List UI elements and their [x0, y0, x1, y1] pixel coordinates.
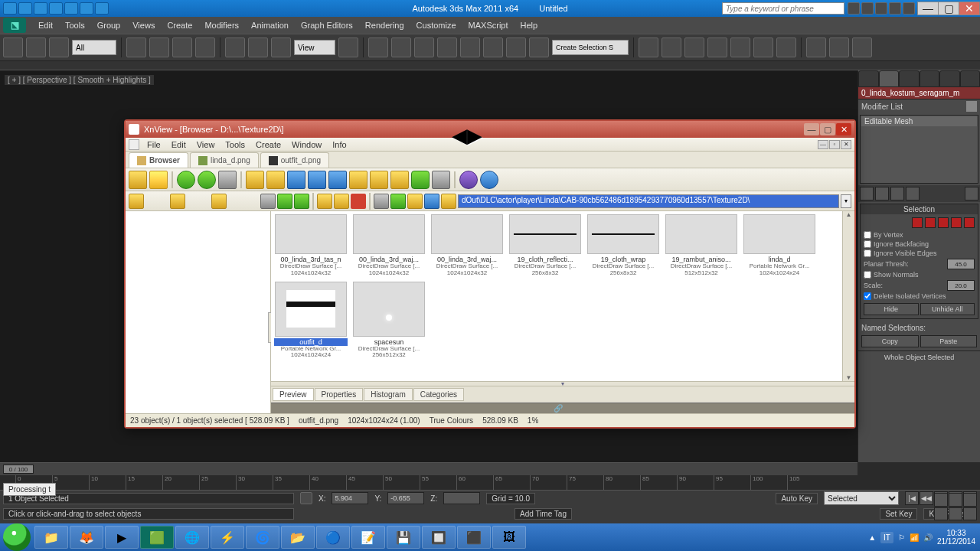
display-tab-icon[interactable]	[939, 70, 960, 87]
rect-region-icon[interactable]	[172, 37, 192, 57]
select-icon[interactable]	[126, 37, 146, 57]
auto-key-button[interactable]: Auto Key	[776, 493, 818, 504]
qat-btn[interactable]	[64, 2, 78, 15]
menu-item[interactable]: Help	[514, 21, 544, 30]
menu-item[interactable]: Edit	[32, 21, 59, 30]
keyboard-shortcut-icon[interactable]	[391, 37, 411, 57]
xn-maximize-button[interactable]: ▢	[820, 123, 835, 135]
new-folder-icon[interactable]	[170, 194, 185, 209]
ignore-backfacing-checkbox[interactable]	[864, 240, 871, 248]
forward-icon[interactable]	[198, 171, 216, 189]
layers-icon[interactable]	[684, 37, 704, 57]
system-clock[interactable]: 10:33 21/12/2014	[937, 529, 975, 546]
time-slider-thumb[interactable]: 0 / 100	[3, 465, 34, 474]
percent-snap-icon[interactable]	[460, 37, 480, 57]
settings-icon[interactable]	[459, 171, 478, 189]
x-coord-input[interactable]: 5.904	[332, 492, 368, 504]
ignore-visible-checkbox[interactable]	[864, 249, 871, 257]
scan-icon[interactable]	[328, 171, 347, 189]
tab-preview[interactable]: Preview	[273, 388, 314, 401]
path-dropdown-icon[interactable]: ▾	[841, 194, 851, 208]
time-slider-track[interactable]: 0 / 100	[0, 463, 858, 475]
close-button[interactable]: ✕	[959, 2, 980, 15]
selection-filter-combo[interactable]: All	[72, 40, 116, 55]
qat-btn[interactable]	[80, 2, 93, 15]
goto-start-icon[interactable]: |◀	[905, 491, 919, 505]
search-icon[interactable]	[287, 171, 305, 189]
face-subobj-icon[interactable]	[938, 217, 949, 228]
menu-item[interactable]: Create	[251, 140, 286, 149]
sort-icon[interactable]	[424, 194, 439, 209]
edit-named-sel-icon[interactable]	[529, 37, 549, 57]
menu-item[interactable]: Group	[91, 21, 127, 30]
angle-snap-icon[interactable]	[437, 37, 457, 57]
menu-item[interactable]: File	[142, 140, 165, 149]
material-editor-icon[interactable]	[776, 37, 796, 57]
task-app[interactable]: 🔲	[422, 526, 456, 549]
object-name-field[interactable]: 0_linda_kostum_seragam_m	[858, 87, 980, 99]
thumbnail-item[interactable]: linda_dPortable Network Gr...1024x1024x2…	[741, 213, 818, 279]
filter-icon[interactable]	[407, 194, 423, 209]
tag-icon[interactable]	[390, 194, 406, 209]
tray-volume-icon[interactable]: 🔊	[923, 533, 933, 542]
set-key-button[interactable]: Set Key	[880, 508, 917, 520]
menu-item[interactable]: Modifiers	[198, 21, 245, 30]
open-icon[interactable]	[129, 171, 147, 189]
task-firefox[interactable]: 🦊	[70, 526, 103, 549]
view-mode-icon[interactable]	[374, 194, 389, 209]
vertex-subobj-icon[interactable]	[912, 217, 923, 228]
thumbnail-grid[interactable]: 00_linda_3rd_tas_nDirectDraw Surface [..…	[271, 211, 842, 381]
rollout-header[interactable]: Selection	[861, 204, 978, 214]
pin-stack-icon[interactable]	[860, 187, 874, 201]
edge-subobj-icon[interactable]	[925, 217, 936, 228]
task-explorer[interactable]: 📁	[34, 526, 68, 549]
graphite-icon[interactable]	[707, 37, 727, 57]
tab-browser[interactable]: Browser	[129, 152, 188, 168]
thumbnail-item[interactable]: 00_linda_3rd_waj...DirectDraw Surface [.…	[429, 213, 505, 279]
qat-btn[interactable]	[49, 2, 63, 15]
task-skype[interactable]: 🔵	[316, 526, 350, 549]
curve-editor-icon[interactable]	[730, 37, 750, 57]
task-app[interactable]: ⚡	[211, 526, 244, 549]
tab-properties[interactable]: Properties	[315, 388, 364, 401]
batch-rename-icon[interactable]	[390, 171, 409, 189]
about-icon[interactable]	[480, 171, 498, 189]
rendered-frame-icon[interactable]	[829, 37, 849, 57]
hierarchy-tab-icon[interactable]	[899, 70, 920, 87]
task-explorer-window[interactable]: 📂	[281, 526, 315, 549]
tab-histogram[interactable]: Histogram	[364, 388, 413, 401]
menu-item[interactable]: Animation	[245, 21, 295, 30]
nav-back-icon[interactable]	[260, 194, 276, 209]
qat-btn[interactable]	[18, 2, 32, 15]
motion-tab-icon[interactable]	[920, 70, 940, 87]
start-button[interactable]	[3, 523, 31, 551]
menu-item[interactable]: View	[192, 140, 220, 149]
menu-item[interactable]: Edit	[167, 140, 191, 149]
pivot-icon[interactable]	[338, 37, 358, 57]
task-3dsmax[interactable]: 🟩	[140, 526, 174, 549]
modify-tab-icon[interactable]	[879, 70, 900, 87]
xn-minimize-button[interactable]: —	[804, 123, 819, 135]
utilities-tab-icon[interactable]	[960, 70, 981, 87]
delete-icon[interactable]	[351, 194, 366, 209]
hide-button[interactable]: Hide	[864, 303, 919, 315]
task-media[interactable]: ▶	[105, 526, 139, 549]
link-icon[interactable]: 🔗	[554, 404, 563, 412]
task-chrome[interactable]: 🌐	[175, 526, 209, 549]
qat-btn[interactable]	[3, 2, 17, 15]
minimize-button[interactable]: —	[917, 2, 939, 15]
show-normals-checkbox[interactable]	[864, 271, 871, 279]
menu-item[interactable]: MAXScript	[462, 21, 514, 30]
fullscreen-icon[interactable]	[149, 171, 168, 189]
key-target-combo[interactable]: Selected	[824, 491, 899, 505]
select-link-icon[interactable]	[3, 37, 23, 57]
folder-tree[interactable]	[126, 211, 271, 413]
xn-close-button[interactable]: ✕	[836, 123, 851, 135]
ref-coord-combo[interactable]: View	[294, 40, 335, 55]
mdi-doc-icon[interactable]	[129, 139, 139, 150]
mdi-restore-button[interactable]: ▫	[829, 140, 840, 149]
infocenter-icon[interactable]	[848, 2, 860, 15]
schematic-view-icon[interactable]	[753, 37, 773, 57]
email-icon[interactable]	[349, 171, 368, 189]
unhide-all-button[interactable]: Unhide All	[920, 303, 975, 315]
